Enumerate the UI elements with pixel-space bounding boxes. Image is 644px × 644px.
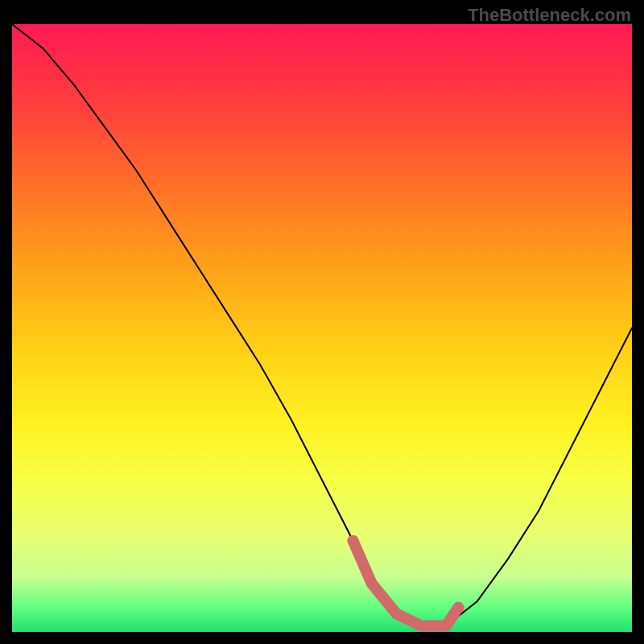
chart-svg xyxy=(12,24,632,632)
watermark-text: TheBottleneck.com xyxy=(468,5,631,26)
chart-plot-area xyxy=(12,24,632,632)
highlight-endpoint-right xyxy=(452,602,464,613)
highlight-endpoint-left xyxy=(348,535,359,547)
optimal-range-highlight xyxy=(353,541,459,626)
bottleneck-curve-line xyxy=(12,24,632,626)
